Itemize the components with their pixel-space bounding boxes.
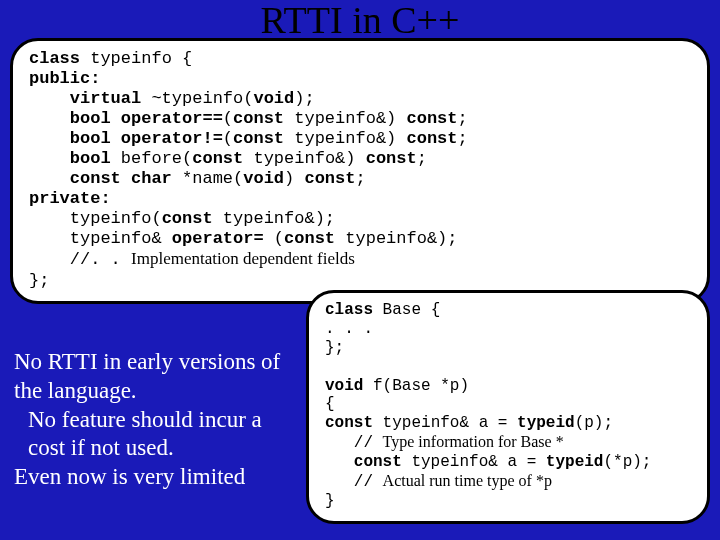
code-text: public: <box>29 69 100 88</box>
code-text: ( <box>264 229 284 248</box>
code-text: (p); <box>575 414 613 432</box>
code-text: (*p); <box>603 453 651 471</box>
code-text: const <box>366 149 417 168</box>
code-comment: Implementation dependent fields <box>131 249 355 268</box>
code-text: const <box>406 109 457 128</box>
code-text: const <box>233 109 284 128</box>
code-text: void <box>253 89 294 108</box>
note-line: No feature should incur a cost if not us… <box>28 406 304 464</box>
code-text: virtual <box>29 89 141 108</box>
code-text: typeid <box>517 414 575 432</box>
code-text: ; <box>458 109 468 128</box>
usage-example-code: class Base { . . . }; void f(Base *p) { … <box>306 290 710 524</box>
code-text: //. . <box>29 250 131 269</box>
code-text: bool <box>29 149 111 168</box>
code-text: typeinfo&) <box>284 109 406 128</box>
code-text: }; <box>29 271 49 290</box>
code-text: bool operator!= <box>29 129 223 148</box>
code-text: void <box>325 377 363 395</box>
code-text: void <box>243 169 284 188</box>
code-text: typeinfo { <box>80 49 192 68</box>
code-text: ( <box>223 109 233 128</box>
code-text: typeinfo&); <box>335 229 457 248</box>
code-text: typeinfo&); <box>213 209 335 228</box>
code-text: typeinfo&) <box>284 129 406 148</box>
code-text: const <box>304 169 355 188</box>
note-line: No RTTI in early versions of the languag… <box>14 348 304 406</box>
code-text: f(Base *p) <box>363 377 469 395</box>
code-text: const <box>162 209 213 228</box>
code-text: typeinfo& a = <box>373 414 517 432</box>
code-text: const <box>284 229 335 248</box>
code-text: ); <box>294 89 314 108</box>
code-text: class <box>325 301 373 319</box>
code-text: const <box>233 129 284 148</box>
explanatory-note: No RTTI in early versions of the languag… <box>14 348 304 492</box>
code-comment: Actual run time type of *p <box>383 472 552 489</box>
code-text: ~typeinfo( <box>141 89 253 108</box>
code-text: const <box>192 149 243 168</box>
code-text: typeinfo( <box>29 209 162 228</box>
code-comment: Type information for Base * <box>383 433 564 450</box>
code-text: *name( <box>172 169 243 188</box>
code-text: typeinfo& a = <box>402 453 546 471</box>
code-text: class <box>29 49 80 68</box>
code-text: }; <box>325 339 344 357</box>
code-text: ; <box>417 149 427 168</box>
code-text: const <box>325 414 373 432</box>
code-text: before( <box>111 149 193 168</box>
code-text: } <box>325 492 335 510</box>
code-text: const <box>325 453 402 471</box>
slide-title: RTTI in C++ <box>0 0 720 42</box>
code-text: // <box>325 473 383 491</box>
code-text: const <box>406 129 457 148</box>
code-text: ( <box>223 129 233 148</box>
typeinfo-class-code: class typeinfo { public: virtual ~typein… <box>10 38 710 304</box>
code-text: private: <box>29 189 111 208</box>
code-text: bool operator== <box>29 109 223 128</box>
code-text: ; <box>355 169 365 188</box>
code-text: const char <box>29 169 172 188</box>
code-text: typeid <box>546 453 604 471</box>
code-text: ) <box>284 169 304 188</box>
code-text: { <box>325 395 335 413</box>
code-text: . . . <box>325 320 373 338</box>
code-text: operator= <box>172 229 264 248</box>
code-text: Base { <box>373 301 440 319</box>
code-text: typeinfo& <box>29 229 172 248</box>
code-text: ; <box>458 129 468 148</box>
note-line: Even now is very limited <box>14 463 304 492</box>
code-text: // <box>325 434 383 452</box>
code-text: typeinfo&) <box>243 149 365 168</box>
